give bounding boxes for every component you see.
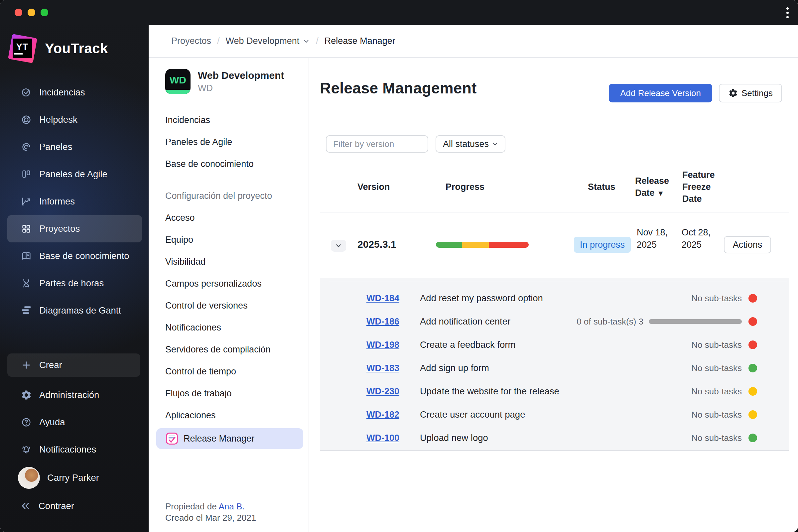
project-header: WD Web Development WD bbox=[165, 69, 308, 94]
settings-button[interactable]: Settings bbox=[719, 84, 782, 102]
project-key: WD bbox=[198, 83, 284, 93]
sidebar-item-ayuda[interactable]: Ayuda bbox=[7, 408, 142, 436]
agile-board-icon bbox=[21, 169, 32, 180]
release-manager-icon bbox=[166, 432, 178, 445]
project-settings-flujos[interactable]: Flujos de trabajo bbox=[165, 382, 308, 404]
dashboards-icon bbox=[21, 141, 32, 153]
owner-link[interactable]: Ana B. bbox=[218, 501, 244, 511]
owner-label: Propiedad de bbox=[165, 501, 217, 511]
sidebar-item-informes[interactable]: Informes bbox=[7, 188, 142, 215]
user-menu[interactable]: Carry Parker bbox=[7, 463, 142, 492]
project-settings-acceso[interactable]: Acceso bbox=[165, 207, 308, 229]
breadcrumb-separator: / bbox=[217, 36, 220, 46]
gear-icon bbox=[21, 390, 32, 401]
bell-icon bbox=[21, 444, 32, 455]
help-icon bbox=[21, 417, 32, 428]
chevron-down-icon bbox=[303, 38, 310, 45]
sidebar-item-gantt[interactable]: Diagramas de Gantt bbox=[7, 297, 142, 324]
close-button[interactable] bbox=[15, 8, 22, 16]
project-settings-campos[interactable]: Campos personalizados bbox=[165, 273, 308, 294]
status-dot bbox=[748, 387, 757, 396]
project-settings-notificaciones[interactable]: Notificaciones bbox=[165, 317, 308, 339]
sidebar-item-administracion[interactable]: Administración bbox=[7, 381, 142, 408]
sidebar-item-proyectos[interactable]: Proyectos bbox=[7, 215, 142, 242]
zoom-button[interactable] bbox=[41, 8, 48, 16]
subtasks-panel: WD-184 Add reset my password option No s… bbox=[320, 278, 789, 451]
breadcrumb-projects-link[interactable]: Proyectos bbox=[171, 36, 211, 46]
collapse-sidebar-button[interactable]: Contraer bbox=[7, 492, 142, 520]
status-filter-select[interactable]: All statuses bbox=[436, 135, 506, 153]
sidebar-item-helpdesk[interactable]: Helpdesk bbox=[7, 106, 142, 133]
sidebar-item-base-conocimiento[interactable]: Base de conocimiento bbox=[7, 242, 142, 270]
project-settings-equipo[interactable]: Equipo bbox=[165, 229, 308, 251]
issue-link[interactable]: WD-186 bbox=[366, 317, 420, 327]
project-menu-incidencias[interactable]: Incidencias bbox=[165, 109, 308, 131]
column-header-progress: Progress bbox=[445, 181, 484, 193]
version-progress-bar bbox=[436, 242, 529, 248]
chart-line-icon bbox=[21, 196, 32, 207]
actions-button[interactable]: Actions bbox=[724, 236, 771, 253]
subtask-row: WD-198 Create a feedback form No sub-tas… bbox=[320, 333, 789, 357]
project-avatar-text: WD bbox=[170, 75, 186, 86]
gantt-icon bbox=[21, 305, 32, 316]
project-settings-control-tiempo[interactable]: Control de tiempo bbox=[165, 360, 308, 382]
grid-icon bbox=[21, 223, 32, 234]
sidebar-item-partes-horas[interactable]: Partes de horas bbox=[7, 270, 142, 297]
sidebar-item-paneles-agile[interactable]: Paneles de Agile bbox=[7, 160, 142, 188]
column-header-version: Version bbox=[358, 181, 390, 193]
project-menu: Incidencias Paneles de Agile Base de con… bbox=[165, 109, 308, 449]
window-controls bbox=[15, 8, 48, 16]
collapse-row-button[interactable] bbox=[331, 240, 346, 252]
minimize-button[interactable] bbox=[27, 8, 35, 16]
column-header-release-date[interactable]: Release Date ▼ bbox=[635, 175, 685, 200]
sidebar-item-label: Proyectos bbox=[39, 224, 80, 234]
progress-segment-green bbox=[436, 242, 462, 248]
sidebar-item-label: Base de conocimiento bbox=[39, 251, 129, 261]
column-header-status: Status bbox=[588, 181, 615, 193]
issue-title: Add reset my password option bbox=[420, 293, 691, 304]
sidebar-item-notificaciones[interactable]: Notificaciones bbox=[7, 436, 142, 463]
subtask-info: No sub-tasks bbox=[691, 386, 742, 397]
subtask-row: WD-182 Create user account page No sub-t… bbox=[320, 403, 789, 426]
book-icon bbox=[21, 250, 32, 262]
issue-link[interactable]: WD-183 bbox=[366, 363, 420, 374]
subtask-info: No sub-tasks bbox=[691, 340, 742, 350]
issue-link[interactable]: WD-230 bbox=[366, 386, 420, 397]
issue-link[interactable]: WD-100 bbox=[366, 433, 420, 443]
sidebar-item-label: Helpdesk bbox=[39, 114, 77, 125]
hourglass-icon bbox=[21, 278, 32, 289]
issue-link[interactable]: WD-182 bbox=[366, 410, 420, 420]
issue-link[interactable]: WD-198 bbox=[366, 340, 420, 350]
filter-by-version-input[interactable] bbox=[326, 135, 428, 153]
project-menu-release-manager[interactable]: Release Manager bbox=[156, 428, 303, 449]
add-release-version-button[interactable]: Add Release Version bbox=[609, 84, 712, 102]
project-footer: Propiedad de Ana B. Creado el Mar 29, 20… bbox=[165, 501, 256, 524]
subtask-row: WD-183 Add sign up form No sub-tasks bbox=[320, 357, 789, 380]
breadcrumb-project-dropdown[interactable]: Web Development bbox=[226, 36, 310, 46]
created-date: Creado el Mar 29, 2021 bbox=[165, 512, 256, 524]
sidebar-item-incidencias[interactable]: Incidencias bbox=[7, 79, 142, 106]
subtask-info: No sub-tasks bbox=[691, 410, 742, 420]
user-name: Carry Parker bbox=[47, 473, 99, 483]
create-button[interactable]: Crear bbox=[7, 354, 140, 377]
sidebar-item-label: Paneles bbox=[39, 141, 72, 152]
project-settings-visibilidad[interactable]: Visibilidad bbox=[165, 251, 308, 273]
breadcrumb: Proyectos / Web Development / Release Ma… bbox=[149, 25, 798, 58]
issue-link[interactable]: WD-184 bbox=[366, 293, 420, 304]
issue-title: Upload new logo bbox=[420, 433, 691, 443]
project-settings-control-versiones[interactable]: Control de versiones bbox=[165, 294, 308, 317]
status-filter-value: All statuses bbox=[443, 139, 489, 149]
version-number: 2025.3.1 bbox=[358, 239, 396, 250]
window-menu-icon[interactable] bbox=[786, 7, 789, 18]
sidebar-bottom-nav: Administración Ayuda Notificaciones Carr… bbox=[7, 381, 142, 520]
project-settings-section-title: Configuración del proyecto bbox=[165, 185, 308, 207]
project-menu-base-conocimiento[interactable]: Base de conocimiento bbox=[165, 153, 308, 175]
breadcrumb-separator: / bbox=[316, 36, 319, 46]
project-settings-aplicaciones[interactable]: Aplicaciones bbox=[165, 404, 308, 426]
release-manager-label: Release Manager bbox=[184, 434, 254, 444]
column-header-feature-freeze: Feature Freeze Date bbox=[682, 169, 720, 205]
sidebar-item-paneles[interactable]: Paneles bbox=[7, 133, 142, 160]
status-dot bbox=[748, 364, 757, 373]
project-settings-servidores[interactable]: Servidores de compilación bbox=[165, 339, 308, 360]
project-menu-paneles-agile[interactable]: Paneles de Agile bbox=[165, 131, 308, 153]
